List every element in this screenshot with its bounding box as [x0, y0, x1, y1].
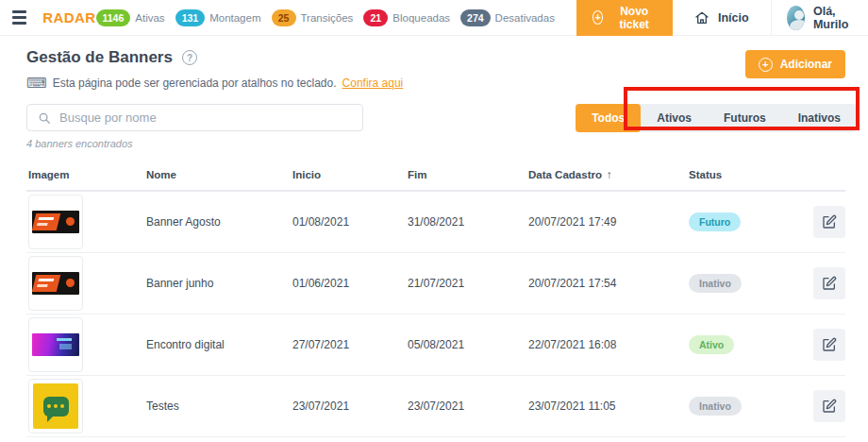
- banner-end-date: 31/08/2021: [406, 215, 526, 229]
- user-avatar: [787, 6, 805, 30]
- column-header-status[interactable]: Status: [687, 169, 811, 180]
- status-badge: Inativo: [689, 274, 742, 293]
- status-counters: 1146 Ativas 131 Montagem 25 Transições 2…: [96, 9, 565, 26]
- table-header: Imagem Nome Inicio Fim Data Cadastro↑ St…: [26, 162, 845, 192]
- table-row: Banner junho 01/06/2021 21/07/2021 20/07…: [26, 253, 845, 314]
- counter-ativas-badge: 1146: [96, 9, 131, 26]
- column-header-fim[interactable]: Fim: [406, 169, 526, 180]
- banner-end-date: 05/08/2021: [406, 338, 526, 351]
- banner-thumbnail: [28, 379, 83, 434]
- filter-tabs: Todos Ativos Futuros Inativos: [576, 104, 857, 132]
- status-badge: Ativo: [689, 335, 734, 354]
- banner-thumbnail: [28, 195, 83, 249]
- status-badge: Inativo: [689, 397, 742, 416]
- column-header-inicio[interactable]: Inicio: [291, 169, 406, 180]
- column-header-data-cadastro-label: Data Cadastro: [528, 169, 602, 180]
- main-content: Gestão de Banners ? ⌨ Esta página pode s…: [0, 48, 868, 437]
- user-menu[interactable]: Olá, Murilo: [772, 5, 868, 31]
- results-count: 4 banners encontrados: [26, 138, 363, 149]
- edit-banner-button[interactable]: [813, 390, 845, 422]
- counter-transicoes-badge: 25: [272, 9, 296, 26]
- new-ticket-button[interactable]: + Novo ticket: [576, 0, 673, 36]
- tab-todos[interactable]: Todos: [576, 104, 641, 132]
- home-label: Início: [718, 11, 749, 25]
- shortcuts-link[interactable]: Confira aqui: [342, 76, 404, 90]
- counter-ativas-label: Ativas: [135, 12, 164, 24]
- search-input[interactable]: [59, 110, 352, 125]
- list-controls: 4 banners encontrados Todos Ativos Futur…: [26, 104, 845, 149]
- new-ticket-label: Novo ticket: [611, 5, 656, 31]
- banner-name: Testes: [144, 400, 291, 413]
- counter-desativadas-label: Desativadas: [495, 12, 555, 24]
- banner-created-at: 20/07/2021 17:54: [526, 277, 687, 290]
- counter-desativadas[interactable]: 274 Desativadas: [460, 9, 555, 26]
- counter-montagem[interactable]: 131 Montagem: [175, 9, 261, 26]
- edit-banner-button[interactable]: [813, 267, 845, 299]
- page-title: Gestão de Banners: [26, 48, 173, 67]
- banner-start-date: 23/07/2021: [291, 400, 406, 413]
- counter-ativas[interactable]: 1146 Ativas: [96, 9, 165, 26]
- banner-created-at: 22/07/2021 16:08: [526, 338, 687, 351]
- user-greeting: Olá, Murilo: [813, 5, 859, 31]
- edit-pencil-icon: [822, 276, 837, 291]
- banner-name: Banner Agosto: [144, 215, 291, 229]
- counter-desativadas-badge: 274: [460, 9, 491, 26]
- hint-text: Esta página pode ser gerenciada por atal…: [53, 76, 337, 90]
- counter-transicoes[interactable]: 25 Transições: [272, 9, 354, 26]
- add-banner-button[interactable]: + Adicionar: [745, 50, 845, 78]
- edit-banner-button[interactable]: [813, 329, 845, 361]
- hamburger-menu-icon[interactable]: [12, 10, 26, 25]
- home-icon: [694, 10, 709, 26]
- table-row: Testes 23/07/2021 23/07/2021 23/07/2021 …: [26, 376, 845, 437]
- plus-circle-icon: +: [593, 10, 604, 25]
- table-row: Encontro digital 27/07/2021 05/08/2021 2…: [26, 314, 845, 376]
- banner-start-date: 27/07/2021: [291, 338, 406, 351]
- edit-pencil-icon: [822, 337, 837, 352]
- counter-bloqueadas[interactable]: 21 Bloqueadas: [363, 9, 450, 26]
- banner-start-date: 01/08/2021: [291, 215, 406, 229]
- edit-pencil-icon: [822, 399, 837, 414]
- banner-name: Encontro digital: [144, 338, 291, 351]
- column-header-imagem[interactable]: Imagem: [26, 169, 144, 180]
- add-banner-label: Adicionar: [780, 58, 832, 71]
- search-icon: [38, 111, 51, 125]
- banner-thumbnail: [28, 256, 83, 311]
- banner-created-at: 20/07/2021 17:49: [526, 215, 687, 229]
- banner-end-date: 23/07/2021: [406, 400, 526, 413]
- plus-circle-icon: +: [759, 58, 773, 72]
- banner-thumbnail: [28, 317, 83, 372]
- search-box: [26, 104, 363, 131]
- banner-name: Banner junho: [144, 277, 291, 290]
- banner-end-date: 21/07/2021: [406, 277, 526, 290]
- tab-inativos[interactable]: Inativos: [782, 104, 857, 132]
- table-row: Banner Agosto 01/08/2021 31/08/2021 20/0…: [26, 192, 845, 253]
- home-link[interactable]: Início: [673, 0, 772, 36]
- column-header-nome[interactable]: Nome: [144, 169, 291, 180]
- banner-start-date: 01/06/2021: [291, 277, 406, 290]
- keyboard-hint: ⌨ Esta página pode ser gerenciada por at…: [26, 76, 403, 90]
- banner-created-at: 23/07/2021 11:05: [526, 400, 687, 413]
- edit-banner-button[interactable]: [813, 206, 845, 238]
- tab-ativos[interactable]: Ativos: [641, 104, 708, 132]
- top-navbar: RADAR 1146 Ativas 131 Montagem 25 Transi…: [0, 0, 868, 36]
- banners-table: Imagem Nome Inicio Fim Data Cadastro↑ St…: [26, 162, 845, 437]
- brand-logo[interactable]: RADAR: [42, 9, 95, 26]
- page-header: Gestão de Banners ? ⌨ Esta página pode s…: [26, 48, 845, 90]
- counter-transicoes-label: Transições: [301, 12, 354, 24]
- counter-montagem-badge: 131: [175, 9, 206, 26]
- sort-ascending-icon: ↑: [607, 169, 612, 180]
- status-badge: Futuro: [689, 212, 741, 231]
- tab-futuros[interactable]: Futuros: [708, 104, 782, 132]
- edit-pencil-icon: [822, 214, 837, 230]
- counter-montagem-label: Montagem: [209, 12, 260, 24]
- counter-bloqueadas-badge: 21: [363, 9, 388, 26]
- counter-bloqueadas-label: Bloqueadas: [392, 12, 450, 24]
- column-header-data-cadastro[interactable]: Data Cadastro↑: [526, 169, 687, 180]
- keyboard-icon: ⌨: [26, 76, 47, 90]
- help-icon[interactable]: ?: [182, 50, 197, 65]
